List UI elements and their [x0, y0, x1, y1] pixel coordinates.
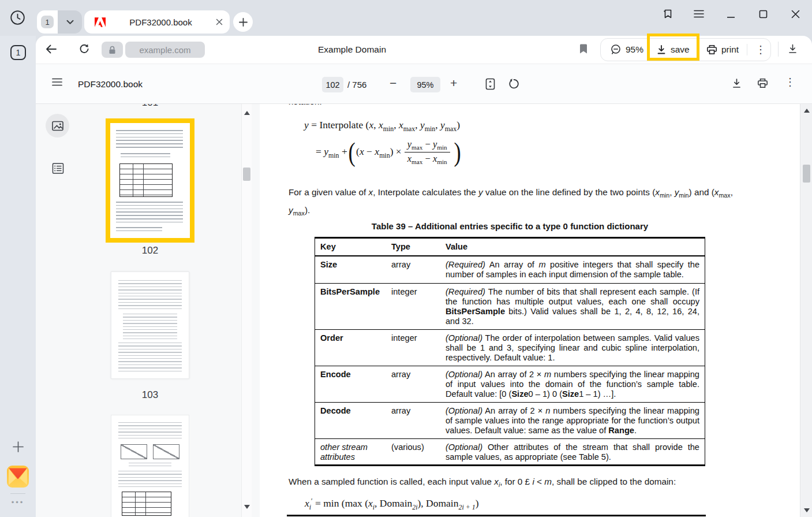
chevron-down-icon[interactable]	[58, 10, 82, 34]
close-icon[interactable]	[788, 7, 802, 21]
pdf-doc-title: PDF32000.book	[78, 64, 143, 105]
downloads-icon[interactable]	[787, 43, 798, 54]
cell-value: (Required) The number of bits that shall…	[440, 284, 705, 329]
paragraph-interpolate: For a given value of x, Interpolate calc…	[289, 185, 736, 220]
cell-value: (Optional) An array of 2 × m numbers spe…	[440, 366, 705, 402]
thumbnail-text-lines	[129, 463, 171, 466]
address-bar: example.com Example Domain 95% save prin…	[36, 36, 812, 64]
pdf-more-icon[interactable]: ⋮	[755, 39, 766, 61]
pdf-toolbar-more-icon[interactable]: ⋮	[785, 77, 795, 87]
table-row: Order integer (Optional) The order of in…	[315, 329, 705, 366]
maximize-icon[interactable]	[756, 7, 770, 21]
download-icon	[656, 44, 667, 55]
collections-flag-icon[interactable]	[661, 7, 675, 21]
cell-type: array	[386, 256, 440, 283]
rotate-icon[interactable]	[508, 78, 520, 90]
bookmark-icon[interactable]	[579, 43, 588, 54]
tab-group-control[interactable]: 1	[37, 10, 82, 34]
history-clock-icon[interactable]	[10, 10, 25, 28]
reload-icon[interactable]	[78, 43, 90, 55]
sidebar-add-icon[interactable]	[12, 441, 24, 455]
back-arrow-icon[interactable]	[45, 43, 57, 55]
thumbnail-label-101: 101	[106, 104, 194, 109]
url-chip[interactable]: example.com	[125, 42, 205, 58]
thumbnail-page-103[interactable]	[111, 271, 189, 379]
formula-part: = ymin +	[316, 146, 347, 160]
table-row: Encode array (Optional) An array of 2 × …	[315, 366, 705, 402]
table-caption: Table 39 – Additional entries specific t…	[315, 221, 705, 231]
main-scrollbar-thumb[interactable]	[803, 165, 810, 183]
cell-key: other stream attributes	[315, 439, 386, 464]
browser-menu-icon[interactable]	[692, 7, 706, 21]
pdf-download-icon[interactable]	[731, 78, 742, 89]
url-text: example.com	[132, 45, 198, 55]
sidebar-divider	[10, 493, 25, 494]
page-number-input[interactable]: 102	[322, 77, 343, 92]
thumbnail-mini-table	[119, 163, 173, 197]
table-row: other stream attributes (various) (Optio…	[315, 438, 705, 464]
header-value: Value	[440, 239, 705, 255]
outline-view-icon[interactable]	[51, 162, 65, 177]
print-label: print	[721, 44, 739, 55]
zoom-in-icon[interactable]: +	[450, 77, 457, 89]
formula-clip: xi′ = min (max (xi, Domain2i), Domain2i …	[305, 491, 478, 517]
pdf-toolbar: PDF32000.book 102 / 756 − 95% + ⋮	[36, 64, 812, 104]
thumbnail-text-lines	[118, 280, 182, 310]
pdf-print-icon[interactable]	[757, 78, 768, 88]
thumbnail-page-104[interactable]	[111, 415, 189, 517]
pdf-menu-icon[interactable]	[52, 78, 62, 86]
cell-type: integer	[386, 330, 440, 366]
close-paren: )	[454, 140, 461, 165]
pdf-actions-pill: 95% save print ⋮	[600, 38, 771, 61]
thumbnails-view-icon[interactable]	[46, 114, 69, 137]
thumbnail-panel: 101 102 103	[36, 104, 260, 517]
browser-window: 1 PDF32000.book	[0, 0, 812, 517]
scroll-down-icon[interactable]	[804, 508, 810, 512]
cell-value: (Optional) The order of interpolation be…	[440, 330, 705, 366]
print-button[interactable]: print	[706, 39, 739, 61]
table-header-row: Key Type Value	[315, 239, 705, 256]
thumbnail-text-lines	[121, 153, 170, 160]
thumbnail-text-lines	[118, 343, 182, 371]
new-tab-button[interactable]	[233, 12, 253, 32]
thumbnail-text-lines	[116, 227, 162, 233]
tab-close-icon[interactable]	[216, 18, 223, 25]
scroll-down-icon[interactable]	[244, 505, 250, 509]
cell-key: Decode	[315, 403, 386, 438]
minimize-icon[interactable]	[724, 7, 738, 21]
fraction-numerator: ymax − ymin	[405, 139, 450, 153]
thumbnail-diagram	[153, 444, 179, 459]
table-39: Key Type Value Size array (Required) An …	[315, 237, 705, 466]
scroll-up-icon[interactable]	[244, 111, 250, 115]
thumbnail-page-102-active[interactable]	[106, 118, 194, 243]
tab-strip: 1 PDF32000.book	[0, 0, 812, 36]
sidebar-more-icon[interactable]: •••	[0, 498, 36, 507]
main-scrollbar[interactable]	[800, 104, 812, 517]
scroll-up-icon[interactable]	[804, 109, 810, 113]
thumbnail-text-lines	[123, 314, 177, 339]
thumbnail-scrollbar[interactable]	[241, 104, 252, 517]
save-button[interactable]: save	[656, 39, 690, 61]
tab-pdf32000[interactable]: PDF32000.book	[84, 10, 230, 34]
cell-value: (Optional) Other attributes of the strea…	[440, 439, 705, 464]
zoom-out-icon[interactable]: −	[390, 77, 396, 89]
cell-type: (various)	[386, 439, 440, 464]
thumbnail-scrollbar-thumb[interactable]	[243, 168, 250, 181]
thumbnail-text-lines	[118, 471, 182, 488]
fraction: ymax − ymin xmax − xmin	[405, 139, 450, 166]
cell-type: array	[386, 403, 440, 438]
header-type: Type	[386, 239, 440, 255]
cell-value: (Optional) An array of 2 × n numbers spe…	[440, 403, 705, 438]
yandex-mail-icon[interactable]	[7, 466, 29, 488]
table-row: Size array (Required) An array of m posi…	[315, 256, 705, 283]
fit-page-icon[interactable]	[485, 78, 495, 90]
lock-icon[interactable]	[102, 42, 123, 58]
zoom-indicator[interactable]: 95%	[610, 39, 643, 61]
page-total: / 756	[347, 64, 366, 105]
table-row: BitsPerSample integer (Required) The num…	[315, 283, 705, 329]
thumbnail-label-102: 102	[106, 245, 194, 256]
thumbnail-text-lines	[116, 202, 183, 224]
cell-type: array	[386, 366, 440, 402]
table-row: Decode array (Optional) An array of 2 × …	[315, 402, 705, 438]
tab-count-badge[interactable]: 1	[10, 45, 26, 60]
